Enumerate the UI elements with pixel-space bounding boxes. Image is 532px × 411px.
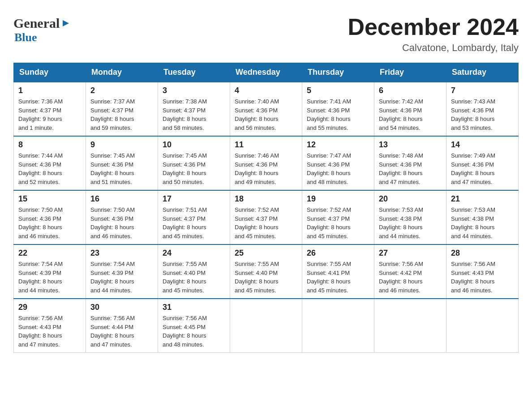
day-number: 4 bbox=[235, 86, 297, 95]
calendar-header-wednesday: Wednesday bbox=[230, 63, 302, 82]
day-number: 31 bbox=[163, 303, 225, 312]
calendar-cell: 4Sunrise: 7:40 AMSunset: 4:36 PMDaylight… bbox=[230, 82, 302, 136]
day-number: 18 bbox=[235, 194, 297, 204]
calendar-cell bbox=[374, 299, 446, 353]
day-number: 19 bbox=[307, 194, 369, 204]
day-info: Sunrise: 7:56 AMSunset: 4:43 PMDaylight:… bbox=[451, 260, 514, 295]
calendar-cell: 19Sunrise: 7:52 AMSunset: 4:37 PMDayligh… bbox=[302, 190, 374, 244]
day-info: Sunrise: 7:50 AMSunset: 4:36 PMDaylight:… bbox=[18, 206, 81, 240]
calendar-cell: 25Sunrise: 7:55 AMSunset: 4:40 PMDayligh… bbox=[230, 244, 302, 299]
calendar-cell: 27Sunrise: 7:56 AMSunset: 4:42 PMDayligh… bbox=[374, 244, 446, 299]
calendar-header-thursday: Thursday bbox=[302, 63, 374, 82]
day-info: Sunrise: 7:49 AMSunset: 4:36 PMDaylight:… bbox=[451, 151, 514, 186]
day-info: Sunrise: 7:48 AMSunset: 4:36 PMDaylight:… bbox=[379, 151, 442, 186]
logo-general-text: General bbox=[13, 16, 60, 31]
day-number: 10 bbox=[163, 140, 225, 150]
calendar-week-row-3: 15Sunrise: 7:50 AMSunset: 4:36 PMDayligh… bbox=[14, 190, 519, 244]
day-info: Sunrise: 7:46 AMSunset: 4:36 PMDaylight:… bbox=[235, 151, 297, 186]
day-info: Sunrise: 7:40 AMSunset: 4:36 PMDaylight:… bbox=[235, 97, 297, 132]
calendar-header-friday: Friday bbox=[374, 63, 446, 82]
day-info: Sunrise: 7:38 AMSunset: 4:37 PMDaylight:… bbox=[163, 97, 225, 132]
location-text: Calvatone, Lombardy, Italy bbox=[348, 42, 519, 54]
calendar-cell: 12Sunrise: 7:47 AMSunset: 4:36 PMDayligh… bbox=[302, 136, 374, 190]
calendar-header-row: SundayMondayTuesdayWednesdayThursdayFrid… bbox=[14, 63, 519, 82]
day-info: Sunrise: 7:56 AMSunset: 4:42 PMDaylight:… bbox=[379, 260, 442, 295]
calendar-cell: 26Sunrise: 7:55 AMSunset: 4:41 PMDayligh… bbox=[302, 244, 374, 299]
page-header: General Blue December 2024 Calvatone, Lo… bbox=[13, 13, 519, 54]
day-number: 22 bbox=[18, 248, 81, 258]
day-number: 11 bbox=[235, 140, 297, 150]
calendar-cell: 20Sunrise: 7:53 AMSunset: 4:38 PMDayligh… bbox=[374, 190, 446, 244]
calendar-week-row-1: 1Sunrise: 7:36 AMSunset: 4:37 PMDaylight… bbox=[14, 82, 519, 136]
day-number: 30 bbox=[90, 303, 153, 312]
day-number: 26 bbox=[307, 248, 369, 258]
calendar-week-row-2: 8Sunrise: 7:44 AMSunset: 4:36 PMDaylight… bbox=[14, 136, 519, 190]
svg-marker-0 bbox=[63, 20, 69, 26]
day-number: 9 bbox=[90, 140, 153, 150]
day-info: Sunrise: 7:42 AMSunset: 4:36 PMDaylight:… bbox=[379, 97, 442, 132]
calendar-table: SundayMondayTuesdayWednesdayThursdayFrid… bbox=[13, 63, 519, 353]
day-info: Sunrise: 7:55 AMSunset: 4:40 PMDaylight:… bbox=[163, 260, 225, 295]
calendar-cell: 16Sunrise: 7:50 AMSunset: 4:36 PMDayligh… bbox=[86, 190, 158, 244]
calendar-cell: 24Sunrise: 7:55 AMSunset: 4:40 PMDayligh… bbox=[158, 244, 230, 299]
calendar-cell: 5Sunrise: 7:41 AMSunset: 4:36 PMDaylight… bbox=[302, 82, 374, 136]
calendar-cell: 31Sunrise: 7:56 AMSunset: 4:45 PMDayligh… bbox=[158, 299, 230, 353]
day-info: Sunrise: 7:56 AMSunset: 4:45 PMDaylight:… bbox=[163, 314, 225, 349]
day-number: 15 bbox=[18, 194, 81, 204]
calendar-header-sunday: Sunday bbox=[14, 63, 86, 82]
day-info: Sunrise: 7:56 AMSunset: 4:43 PMDaylight:… bbox=[18, 314, 81, 349]
day-number: 12 bbox=[307, 140, 369, 150]
calendar-cell bbox=[302, 299, 374, 353]
calendar-cell: 15Sunrise: 7:50 AMSunset: 4:36 PMDayligh… bbox=[14, 190, 86, 244]
calendar-cell: 30Sunrise: 7:56 AMSunset: 4:44 PMDayligh… bbox=[86, 299, 158, 353]
day-number: 5 bbox=[307, 86, 369, 95]
calendar-cell: 23Sunrise: 7:54 AMSunset: 4:39 PMDayligh… bbox=[86, 244, 158, 299]
month-title: December 2024 bbox=[348, 13, 519, 40]
day-number: 23 bbox=[90, 248, 153, 258]
calendar-cell: 1Sunrise: 7:36 AMSunset: 4:37 PMDaylight… bbox=[14, 82, 86, 136]
day-info: Sunrise: 7:54 AMSunset: 4:39 PMDaylight:… bbox=[90, 260, 153, 295]
calendar-cell: 21Sunrise: 7:53 AMSunset: 4:38 PMDayligh… bbox=[446, 190, 519, 244]
day-number: 24 bbox=[163, 248, 225, 258]
day-info: Sunrise: 7:52 AMSunset: 4:37 PMDaylight:… bbox=[235, 206, 297, 240]
day-number: 13 bbox=[379, 140, 442, 150]
day-info: Sunrise: 7:55 AMSunset: 4:41 PMDaylight:… bbox=[307, 260, 369, 295]
title-section: December 2024 Calvatone, Lombardy, Italy bbox=[348, 13, 519, 54]
day-number: 21 bbox=[451, 194, 514, 204]
day-info: Sunrise: 7:52 AMSunset: 4:37 PMDaylight:… bbox=[307, 206, 369, 240]
calendar-cell: 29Sunrise: 7:56 AMSunset: 4:43 PMDayligh… bbox=[14, 299, 86, 353]
day-info: Sunrise: 7:45 AMSunset: 4:36 PMDaylight:… bbox=[90, 151, 153, 186]
calendar-cell: 22Sunrise: 7:54 AMSunset: 4:39 PMDayligh… bbox=[14, 244, 86, 299]
day-info: Sunrise: 7:55 AMSunset: 4:40 PMDaylight:… bbox=[235, 260, 297, 295]
day-number: 20 bbox=[379, 194, 442, 204]
day-info: Sunrise: 7:36 AMSunset: 4:37 PMDaylight:… bbox=[18, 97, 81, 132]
calendar-cell: 3Sunrise: 7:38 AMSunset: 4:37 PMDaylight… bbox=[158, 82, 230, 136]
day-info: Sunrise: 7:53 AMSunset: 4:38 PMDaylight:… bbox=[451, 206, 514, 240]
calendar-header-monday: Monday bbox=[86, 63, 158, 82]
calendar-cell bbox=[230, 299, 302, 353]
calendar-cell: 6Sunrise: 7:42 AMSunset: 4:36 PMDaylight… bbox=[374, 82, 446, 136]
calendar-header-tuesday: Tuesday bbox=[158, 63, 230, 82]
day-number: 7 bbox=[451, 86, 514, 95]
day-number: 8 bbox=[18, 140, 81, 150]
day-info: Sunrise: 7:37 AMSunset: 4:37 PMDaylight:… bbox=[90, 97, 153, 132]
day-info: Sunrise: 7:44 AMSunset: 4:36 PMDaylight:… bbox=[18, 151, 81, 186]
calendar-cell: 18Sunrise: 7:52 AMSunset: 4:37 PMDayligh… bbox=[230, 190, 302, 244]
day-info: Sunrise: 7:47 AMSunset: 4:36 PMDaylight:… bbox=[307, 151, 369, 186]
day-number: 3 bbox=[163, 86, 225, 95]
day-info: Sunrise: 7:50 AMSunset: 4:36 PMDaylight:… bbox=[90, 206, 153, 240]
day-number: 27 bbox=[379, 248, 442, 258]
day-info: Sunrise: 7:51 AMSunset: 4:37 PMDaylight:… bbox=[163, 206, 225, 240]
calendar-cell: 7Sunrise: 7:43 AMSunset: 4:36 PMDaylight… bbox=[446, 82, 519, 136]
calendar-week-row-4: 22Sunrise: 7:54 AMSunset: 4:39 PMDayligh… bbox=[14, 244, 519, 299]
calendar-cell: 9Sunrise: 7:45 AMSunset: 4:36 PMDaylight… bbox=[86, 136, 158, 190]
day-number: 25 bbox=[235, 248, 297, 258]
calendar-cell: 28Sunrise: 7:56 AMSunset: 4:43 PMDayligh… bbox=[446, 244, 519, 299]
calendar-header-saturday: Saturday bbox=[446, 63, 519, 82]
logo-blue-text: Blue bbox=[13, 31, 37, 44]
day-number: 17 bbox=[163, 194, 225, 204]
day-info: Sunrise: 7:41 AMSunset: 4:36 PMDaylight:… bbox=[307, 97, 369, 132]
day-number: 29 bbox=[18, 303, 81, 312]
calendar-cell bbox=[446, 299, 519, 353]
logo: General Blue bbox=[13, 13, 72, 44]
